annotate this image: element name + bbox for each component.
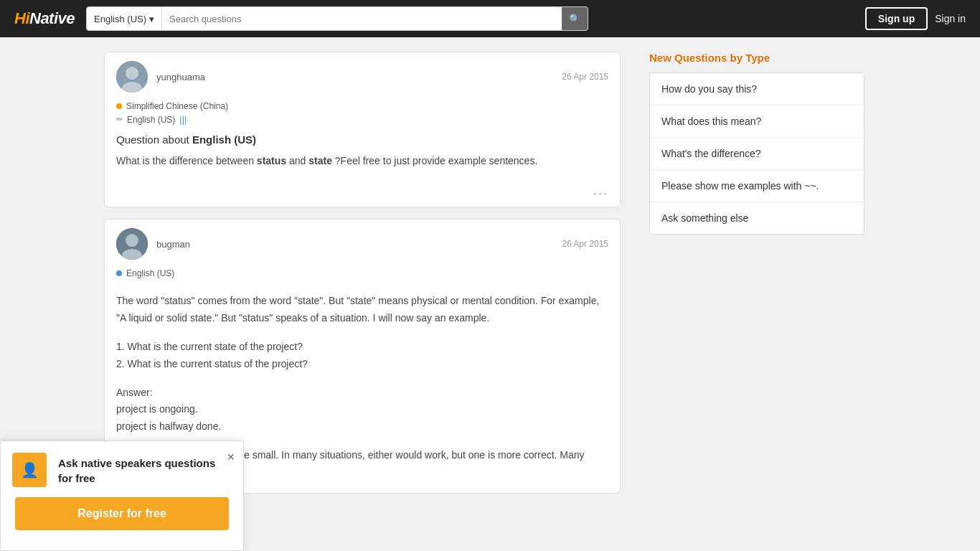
register-popup: × 👤 Ask native speakers questions for fr… (0, 441, 244, 551)
answer-header-body: English (US) (105, 260, 620, 293)
question-card-footer: ··· (105, 180, 620, 207)
search-bar: English (US) ▾ 🔍 (86, 6, 588, 31)
search-input[interactable] (162, 14, 562, 24)
native-lang-tag: Simplified Chinese (China) (116, 101, 608, 111)
question-avatar (116, 61, 148, 93)
popup-text: Ask native speakers questions for free (58, 456, 229, 486)
search-icon: 🔍 (569, 14, 581, 24)
answer-label: Answer: (116, 385, 608, 402)
learning-lang-tag: ✏ English (US) ||| (116, 114, 608, 125)
question-text-3: ?Feel free to just provide example sente… (332, 155, 537, 166)
question-type-mean[interactable]: What does this mean? (650, 105, 864, 138)
language-selector[interactable]: English (US) ▾ (87, 7, 162, 30)
question-title-lang: English (US) (192, 133, 256, 146)
answer-username[interactable]: bugman (156, 239, 190, 250)
answer-lang-tag: English (US) (116, 268, 608, 278)
question-card-header: yunghuama 26 Apr 2015 (105, 52, 620, 93)
answer-list-item-2: 2. What is the current status of the pro… (116, 356, 608, 373)
answer-card-header: bugman 26 Apr 2015 (105, 220, 620, 260)
learning-lang-label: English (US) (127, 115, 175, 125)
answer-avatar (116, 228, 148, 260)
question-word1: status (257, 155, 286, 166)
question-text: What is the difference between status an… (116, 153, 608, 169)
level-bars: ||| (179, 114, 187, 125)
question-type-examples[interactable]: Please show me examples with ~~. (650, 170, 864, 202)
header: HiNative English (US) ▾ 🔍 Sign up Sign i… (0, 0, 980, 37)
question-title: Question about English (US) (116, 132, 608, 147)
answer-list-item-1: 1. What is the current state of the proj… (116, 339, 608, 356)
native-lang-dot (116, 103, 122, 109)
right-sidebar: New Questions by Type How do you say thi… (635, 37, 879, 551)
answer-line-2: project is halfway done. (116, 418, 608, 435)
question-type-diff[interactable]: What's the difference? (650, 138, 864, 170)
svg-point-1 (126, 67, 138, 80)
question-card: yunghuama 26 Apr 2015 Simplified Chinese… (104, 52, 621, 207)
header-actions: Sign up Sign in (865, 7, 966, 30)
question-text-1: What is the difference between (116, 155, 257, 166)
chevron-down-icon: ▾ (149, 14, 154, 24)
question-body: Simplified Chinese (China) ✏ English (US… (105, 93, 620, 180)
svg-point-4 (126, 234, 138, 247)
question-type-else[interactable]: Ask something else (650, 202, 864, 234)
answer-date: 26 Apr 2015 (562, 239, 608, 249)
logo-native: Native (29, 9, 75, 27)
register-button[interactable]: Register for free (15, 497, 229, 530)
question-type-list: How do you say this? What does this mean… (649, 72, 864, 235)
question-type-say[interactable]: How do you say this? (650, 73, 864, 105)
language-label: English (US) (94, 14, 146, 24)
logo[interactable]: HiNative (14, 9, 75, 28)
question-title-prefix: Question about (116, 133, 192, 146)
question-word2: state (308, 155, 332, 166)
logo-hi: Hi (14, 9, 29, 27)
question-username[interactable]: yunghuama (156, 72, 205, 83)
question-meta: yunghuama 26 Apr 2015 (156, 72, 608, 83)
popup-avatar-icon: 👤 (21, 461, 39, 479)
signin-button[interactable]: Sign in (935, 13, 966, 24)
signup-button[interactable]: Sign up (865, 7, 928, 30)
sidebar-title: New Questions by Type (649, 52, 864, 64)
answer-text-1: The word "status" comes from the word "s… (116, 293, 608, 327)
more-options-button[interactable]: ··· (593, 186, 608, 201)
answer-meta: bugman 26 Apr 2015 (156, 239, 608, 250)
native-lang-label: Simplified Chinese (China) (126, 101, 228, 111)
question-text-2: and (286, 155, 308, 166)
answer-line-1: project is ongoing. (116, 401, 608, 418)
popup-close-button[interactable]: × (227, 450, 235, 465)
answer-lang-label: English (US) (126, 268, 174, 278)
search-button[interactable]: 🔍 (562, 6, 588, 31)
pencil-icon: ✏ (116, 115, 123, 124)
answer-lang-dot (116, 270, 122, 276)
popup-avatar: 👤 (12, 453, 47, 487)
question-date: 26 Apr 2015 (562, 72, 608, 82)
